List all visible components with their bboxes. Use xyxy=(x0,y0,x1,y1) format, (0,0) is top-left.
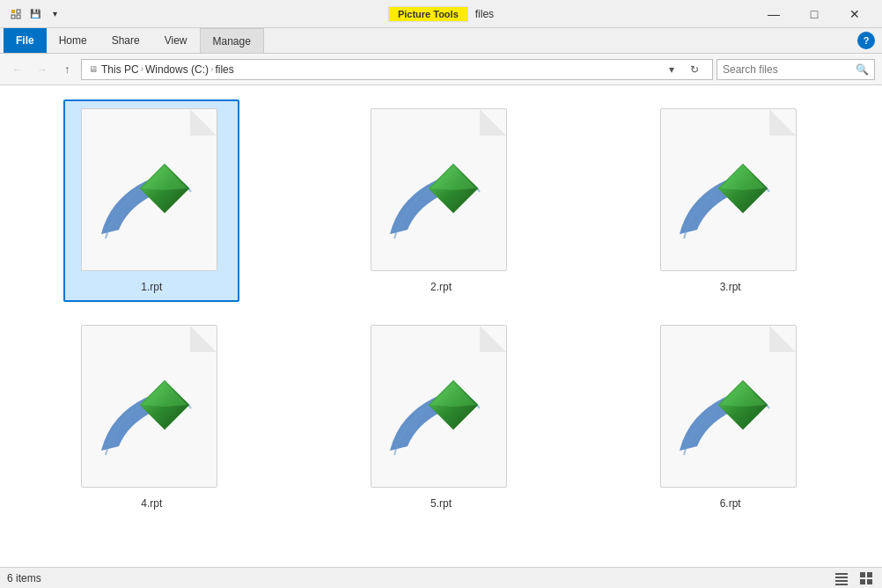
file-icon-wrapper xyxy=(81,325,222,492)
qat-save[interactable]: 💾 xyxy=(26,5,44,23)
rpt-icon xyxy=(660,135,797,262)
computer-icon: 🖥 xyxy=(89,64,98,74)
ribbon-right: ? xyxy=(857,32,878,49)
navigation-bar: ← → ↑ 🖥 This PC › Windows (C:) › files ▾… xyxy=(0,54,882,85)
file-icon-wrapper xyxy=(371,325,511,492)
doc-fold xyxy=(190,326,217,352)
breadcrumb-thispc[interactable]: This PC xyxy=(101,63,139,76)
file-item-3[interactable]: 3.rpt xyxy=(643,99,819,302)
svg-rect-1 xyxy=(17,10,20,13)
file-name: 6.rpt xyxy=(720,497,741,510)
breadcrumb-sep-1: › xyxy=(141,64,143,74)
svg-rect-22 xyxy=(835,573,848,575)
search-icon: 🔍 xyxy=(856,63,869,76)
tab-share[interactable]: Share xyxy=(99,28,152,53)
svg-rect-3 xyxy=(17,15,20,18)
file-name: 5.rpt xyxy=(430,497,452,510)
svg-rect-23 xyxy=(835,577,848,578)
svg-marker-6 xyxy=(142,165,187,190)
file-item-4[interactable]: 4.rpt xyxy=(63,316,239,518)
svg-rect-26 xyxy=(860,572,865,577)
maximize-button[interactable]: □ xyxy=(794,0,834,28)
address-bar-right: ▾ ↻ xyxy=(661,59,705,80)
rpt-icon xyxy=(371,351,507,479)
search-input[interactable] xyxy=(723,63,852,76)
file-grid: 1.rpt xyxy=(0,85,882,567)
file-name: 2.rpt xyxy=(430,281,452,293)
rpt-icon xyxy=(81,135,217,262)
doc-fold xyxy=(769,326,796,352)
breadcrumb-windows[interactable]: Windows (C:) xyxy=(145,63,209,76)
svg-rect-27 xyxy=(867,572,872,577)
address-dropdown[interactable]: ▾ xyxy=(661,59,682,80)
forward-button[interactable]: → xyxy=(32,59,53,80)
doc-fold xyxy=(190,109,217,136)
file-icon-wrapper xyxy=(371,108,511,276)
rpt-icon xyxy=(371,135,507,262)
file-item-6[interactable]: 6.rpt xyxy=(643,316,819,518)
details-view-button[interactable] xyxy=(833,570,850,587)
svg-rect-24 xyxy=(835,580,848,582)
svg-marker-12 xyxy=(720,165,766,190)
title-center: Picture Tools files xyxy=(388,6,494,22)
title-bar: 💾 ▾ Picture Tools files — □ ✕ xyxy=(0,0,882,28)
doc-fold xyxy=(480,326,506,352)
svg-rect-28 xyxy=(860,579,865,584)
file-icon-wrapper xyxy=(660,108,801,276)
close-button[interactable]: ✕ xyxy=(834,0,875,28)
tab-home[interactable]: Home xyxy=(47,28,99,53)
up-button[interactable]: ↑ xyxy=(56,59,77,80)
refresh-button[interactable]: ↻ xyxy=(684,59,705,80)
view-controls xyxy=(833,570,875,587)
file-item-2[interactable]: 2.rpt xyxy=(353,99,529,302)
help-button[interactable]: ? xyxy=(857,32,875,49)
rpt-icon xyxy=(660,351,797,479)
svg-rect-2 xyxy=(11,15,15,18)
window-title: files xyxy=(475,8,494,20)
breadcrumb-sep-2: › xyxy=(210,64,213,74)
quick-access-toolbar: 💾 ▾ xyxy=(7,5,63,23)
file-name: 3.rpt xyxy=(720,281,741,293)
rpt-icon xyxy=(81,351,217,479)
tab-view[interactable]: View xyxy=(152,28,200,53)
item-count: 6 items xyxy=(7,572,41,584)
qat-dropdown[interactable]: ▾ xyxy=(46,5,63,23)
ribbon-tabs-row: File Home Share View Manage ? xyxy=(0,28,882,53)
svg-rect-0 xyxy=(11,10,15,13)
tab-manage[interactable]: Manage xyxy=(200,28,264,53)
svg-marker-9 xyxy=(430,165,476,190)
file-icon-wrapper xyxy=(81,108,222,276)
file-name: 1.rpt xyxy=(141,281,162,293)
doc-fold xyxy=(480,109,506,136)
file-item-5[interactable]: 5.rpt xyxy=(353,316,529,518)
large-icon-view-button[interactable] xyxy=(857,570,875,587)
svg-rect-29 xyxy=(867,579,872,584)
svg-marker-15 xyxy=(142,382,187,407)
breadcrumb: This PC › Windows (C:) › files xyxy=(101,63,234,76)
svg-marker-21 xyxy=(720,382,766,407)
breadcrumb-files[interactable]: files xyxy=(215,63,233,76)
picture-tools-label: Picture Tools xyxy=(388,6,468,22)
minimize-button[interactable]: — xyxy=(753,0,794,28)
address-bar[interactable]: 🖥 This PC › Windows (C:) › files ▾ ↻ xyxy=(81,59,713,80)
doc-fold xyxy=(769,109,796,136)
main-content: 1.rpt xyxy=(0,85,882,567)
qat-icon[interactable] xyxy=(7,5,25,23)
back-button[interactable]: ← xyxy=(7,59,28,80)
file-name: 4.rpt xyxy=(141,497,162,510)
ribbon: File Home Share View Manage ? xyxy=(0,28,882,54)
file-item-1[interactable]: 1.rpt xyxy=(63,99,239,302)
svg-marker-18 xyxy=(430,382,476,407)
status-bar: 6 items xyxy=(0,567,882,588)
search-box[interactable]: 🔍 xyxy=(717,59,875,80)
window-controls: — □ ✕ xyxy=(753,0,875,28)
file-icon-wrapper xyxy=(660,325,801,492)
svg-rect-25 xyxy=(835,584,848,585)
tab-file[interactable]: File xyxy=(4,28,47,53)
